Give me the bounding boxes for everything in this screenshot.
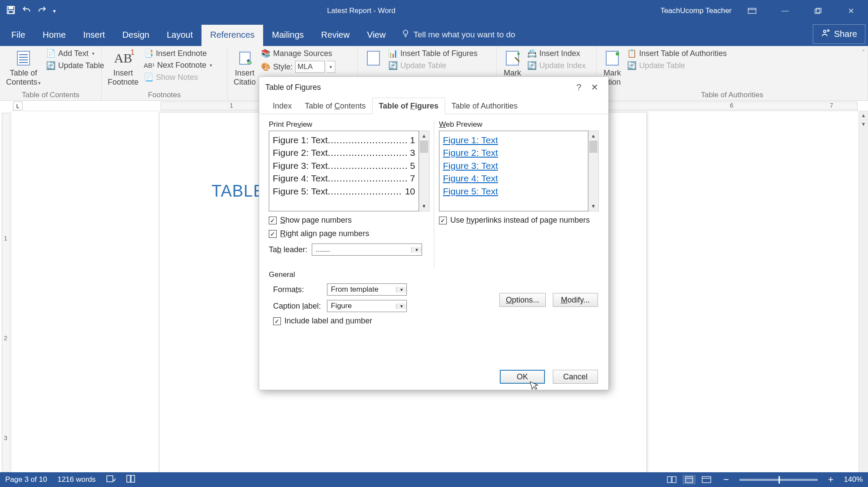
svg-rect-29 <box>686 477 693 483</box>
read-mode-icon[interactable] <box>665 475 678 484</box>
show-notes-button[interactable]: 📃Show Notes <box>143 72 213 83</box>
scroll-down-icon[interactable]: ▼ <box>419 201 429 211</box>
dialog-tab-toc[interactable]: Table of Contents <box>298 98 372 114</box>
scroll-down-icon[interactable]: ▼ <box>859 120 868 128</box>
zoom-level[interactable]: 140% <box>844 475 863 484</box>
tell-me-search[interactable]: Tell me what you want to do <box>394 29 522 46</box>
chevron-down-icon[interactable]: ▾ <box>411 247 422 253</box>
svg-rect-3 <box>748 8 756 13</box>
mark-entry-button[interactable]: Mark <box>501 48 524 79</box>
tab-mailings[interactable]: Mailings <box>263 25 312 46</box>
formats-combobox[interactable]: From template ▾ <box>327 283 407 296</box>
update-toa-icon: 🔄 <box>627 61 637 70</box>
svg-rect-2 <box>9 10 13 13</box>
add-text-icon: 📄 <box>46 49 56 58</box>
scroll-up-icon[interactable]: ▲ <box>588 131 598 141</box>
include-label-checkbox[interactable]: ✓ Include label and number <box>269 316 599 326</box>
vertical-ruler[interactable]: 1 2 3 <box>0 111 12 472</box>
scroll-thumb[interactable] <box>589 141 597 153</box>
collapse-ribbon-icon[interactable]: ˇ <box>862 49 865 56</box>
redo-icon[interactable] <box>37 5 47 17</box>
tab-review[interactable]: Review <box>313 25 359 46</box>
insert-footnote-button[interactable]: AB1 InsertFootnote <box>106 48 140 87</box>
insert-toa-button[interactable]: 📋Insert Table of Authorities <box>626 48 728 59</box>
web-preview-scrollbar[interactable]: ▲ ▼ <box>588 131 599 211</box>
next-footnote-button[interactable]: AB¹Next Footnote▾ <box>143 60 213 71</box>
update-toa-button[interactable]: 🔄Update Table <box>626 60 728 71</box>
svg-rect-1 <box>9 6 13 9</box>
web-layout-icon[interactable] <box>700 475 713 484</box>
scroll-thumb[interactable] <box>420 141 428 153</box>
style-dropdown-icon[interactable]: ▾ <box>327 61 335 73</box>
tab-design[interactable]: Design <box>114 25 158 46</box>
manage-sources-icon: 📚 <box>261 49 271 58</box>
tab-selector-icon[interactable]: L <box>13 102 23 110</box>
tab-references[interactable]: References <box>201 25 263 46</box>
citation-big-label: InsertCitatio <box>234 69 256 86</box>
tab-insert[interactable]: Insert <box>75 25 114 46</box>
zoom-out-button[interactable]: − <box>723 474 729 485</box>
style-combobox[interactable]: MLA <box>295 61 325 73</box>
svg-point-21 <box>517 53 520 55</box>
tab-layout[interactable]: Layout <box>158 25 201 46</box>
use-hyperlinks-checkbox[interactable]: ✓ Use hyperlinks instead of page numbers <box>439 216 599 225</box>
tab-leader-combobox[interactable]: ....... ▾ <box>312 244 422 256</box>
vertical-scrollbar[interactable]: ▲ ▼ <box>858 111 868 472</box>
caption-label-label: Caption label: <box>273 302 327 311</box>
show-page-numbers-checkbox[interactable]: ✓ Show page numbers <box>269 216 429 225</box>
right-align-checkbox[interactable]: ✓ Right align page numbers <box>269 229 429 238</box>
save-icon[interactable] <box>6 5 16 17</box>
caption-label-combobox[interactable]: Figure ▾ <box>327 300 407 312</box>
print-preview-scrollbar[interactable]: ▲ ▼ <box>419 131 429 211</box>
cancel-button[interactable]: Cancel <box>553 370 598 384</box>
add-text-button[interactable]: 📄Add Text▾ <box>45 48 105 59</box>
dialog-tab-index[interactable]: Index <box>266 98 298 114</box>
dialog-tab-tof[interactable]: Table of Figures <box>372 98 445 114</box>
dialog-close-icon[interactable]: ✕ <box>587 82 602 92</box>
chevron-down-icon[interactable]: ▾ <box>396 303 406 309</box>
chevron-down-icon[interactable]: ▾ <box>396 287 406 293</box>
qat-customize-icon[interactable]: ▾ <box>53 8 56 14</box>
dialog-tab-toa[interactable]: Table of Authorities <box>445 98 524 114</box>
insert-tof-button[interactable]: 📊Insert Table of Figures <box>387 48 479 59</box>
scroll-up-icon[interactable]: ▲ <box>419 131 429 141</box>
next-footnote-icon: AB¹ <box>144 62 155 69</box>
insert-caption-button[interactable] <box>362 48 385 69</box>
ribbon-tabs: File Home Insert Design Layout Reference… <box>0 22 868 46</box>
tab-home[interactable]: Home <box>34 25 74 46</box>
spell-check-icon[interactable] <box>106 474 116 485</box>
minimize-icon[interactable]: — <box>772 0 798 22</box>
modify-button[interactable]: Modify... <box>553 293 598 307</box>
zoom-in-button[interactable]: + <box>828 474 834 485</box>
update-table-button[interactable]: 🔄Update Table <box>45 60 105 71</box>
update-tof-button[interactable]: 🔄Update Table <box>387 60 479 71</box>
dialog-help-icon[interactable]: ? <box>571 82 587 92</box>
table-of-contents-button[interactable]: Table ofContents▾ <box>4 48 43 87</box>
print-layout-icon[interactable] <box>683 475 696 484</box>
insert-index-button[interactable]: 📇Insert Index <box>526 48 587 59</box>
scroll-down-icon[interactable]: ▼ <box>588 201 598 211</box>
insert-endnote-button[interactable]: 📑Insert Endnote <box>143 48 213 59</box>
user-name: TeachUcomp Teacher <box>660 7 732 15</box>
maximize-icon[interactable] <box>805 0 831 22</box>
insert-citation-button[interactable]: InsertCitatio <box>232 48 257 87</box>
options-button[interactable]: Options... <box>499 293 546 307</box>
caption-icon <box>364 49 383 68</box>
word-count[interactable]: 1216 words <box>57 475 96 484</box>
close-icon[interactable]: ✕ <box>838 0 864 22</box>
zoom-slider[interactable] <box>739 479 818 481</box>
macro-icon[interactable] <box>126 474 135 485</box>
tab-file[interactable]: File <box>3 25 34 46</box>
style-icon: 🎨 <box>261 62 271 72</box>
page-status[interactable]: Page 3 of 10 <box>5 475 47 484</box>
undo-icon[interactable] <box>22 5 31 17</box>
manage-sources-button[interactable]: 📚Manage Sources <box>260 48 336 59</box>
scroll-up-icon[interactable]: ▲ <box>859 111 868 120</box>
svg-point-11 <box>827 30 829 31</box>
ribbon-options-icon[interactable] <box>739 0 765 22</box>
svg-point-7 <box>403 30 408 35</box>
update-index-button[interactable]: 🔄Update Index <box>526 60 587 71</box>
svg-rect-12 <box>17 51 30 65</box>
tab-view[interactable]: View <box>358 25 394 46</box>
share-button[interactable]: Share <box>813 24 865 44</box>
